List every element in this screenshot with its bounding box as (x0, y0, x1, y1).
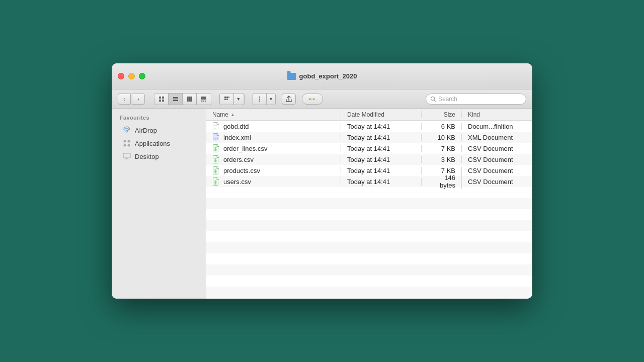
toolbar: ‹ › (112, 89, 532, 109)
sidebar-section-title: Favourites (112, 115, 206, 124)
file-kind-cell: CSV Document (462, 167, 532, 174)
grid-view-button[interactable] (220, 94, 234, 105)
sort-arrow-icon: ▲ (230, 112, 235, 117)
file-icon-csv (212, 155, 220, 163)
col-header-kind[interactable]: Kind (462, 111, 532, 118)
file-icon-dtd (212, 122, 220, 130)
applications-icon (123, 139, 131, 147)
maximize-button[interactable] (139, 73, 145, 79)
svg-rect-14 (224, 97, 226, 98)
file-kind-cell: CSV Document (462, 145, 532, 152)
file-name-label: orders.csv (223, 156, 254, 163)
svg-point-27 (126, 130, 128, 132)
sort-dropdown-button[interactable]: ▼ (234, 94, 243, 105)
empty-row (206, 298, 532, 299)
empty-row (206, 287, 532, 298)
svg-rect-11 (201, 101, 203, 102)
svg-rect-35 (213, 123, 218, 130)
svg-rect-10 (201, 97, 206, 100)
svg-rect-9 (191, 97, 192, 102)
file-size-cell: 146 bytes (422, 174, 462, 189)
search-bar[interactable]: Search (426, 94, 526, 105)
file-name-label: gobd.dtd (223, 123, 249, 130)
minimize-button[interactable] (128, 73, 135, 79)
file-kind-cell: CSV Document (462, 178, 532, 186)
sidebar-item-airdrop[interactable]: AirDrop (115, 124, 203, 137)
svg-point-21 (259, 100, 260, 101)
file-size-cell: 7 KB (422, 167, 462, 174)
table-row[interactable]: order_lines.csv Today at 14:41 7 KB CSV … (206, 143, 532, 154)
action-button[interactable] (253, 94, 267, 105)
svg-point-30 (124, 144, 126, 147)
table-row[interactable]: users.csv Today at 14:41 146 bytes CSV D… (206, 176, 532, 187)
close-button[interactable] (118, 73, 124, 79)
sidebar-item-airdrop-label: AirDrop (135, 127, 157, 134)
search-icon (430, 96, 436, 102)
file-size-cell: 7 KB (422, 145, 462, 152)
file-modified-cell: Today at 14:41 (341, 134, 422, 141)
sidebar-item-desktop[interactable]: Desktop (115, 150, 203, 163)
svg-rect-5 (173, 99, 178, 100)
forward-button[interactable]: › (132, 94, 145, 105)
empty-row (206, 187, 532, 198)
file-size-cell: 6 KB (422, 123, 462, 130)
svg-rect-16 (228, 97, 229, 98)
back-button[interactable]: ‹ (118, 94, 131, 105)
gallery-view-button[interactable] (197, 94, 211, 105)
empty-row (206, 264, 532, 276)
finder-window: gobd_export_2020 ‹ › (112, 63, 532, 299)
col-header-name[interactable]: Name ▲ (206, 111, 341, 118)
svg-rect-2 (159, 100, 161, 102)
sort-controls: ▼ (219, 93, 245, 105)
svg-line-26 (434, 100, 436, 101)
svg-rect-15 (226, 97, 228, 98)
col-header-modified[interactable]: Date Modified (341, 111, 422, 118)
file-size-cell: 10 KB (422, 134, 462, 141)
file-rows-container: gobd.dtd Today at 14:41 6 KB Docum...fin… (206, 121, 532, 187)
view-controls (154, 93, 211, 105)
table-row[interactable]: orders.csv Today at 14:41 3 KB CSV Docum… (206, 154, 532, 165)
table-row[interactable]: </> index.xml Today at 14:41 10 KB XML D… (206, 132, 532, 143)
file-name-cell: </> index.xml (206, 133, 341, 141)
sidebar-item-applications[interactable]: Applications (115, 137, 203, 150)
empty-row (206, 242, 532, 253)
table-row[interactable]: gobd.dtd Today at 14:41 6 KB Docum...fin… (206, 121, 532, 132)
file-modified-cell: Today at 14:41 (341, 123, 422, 130)
file-modified-cell: Today at 14:41 (341, 178, 422, 186)
svg-point-22 (309, 98, 311, 100)
list-view-button[interactable] (169, 94, 183, 105)
window-title: gobd_export_2020 (299, 72, 357, 80)
traffic-lights (118, 73, 145, 79)
svg-point-28 (124, 140, 126, 143)
file-icon-csv (212, 177, 220, 186)
column-view-button[interactable] (183, 94, 197, 105)
window-title-area: gobd_export_2020 (287, 72, 357, 80)
icon-view-button[interactable] (154, 94, 169, 105)
svg-point-20 (259, 98, 260, 99)
svg-point-24 (313, 98, 315, 100)
action-controls: ▼ (253, 93, 276, 105)
airdrop-icon (123, 126, 131, 134)
column-headers: Name ▲ Date Modified Size Kind (206, 109, 532, 121)
file-list: Name ▲ Date Modified Size Kind (206, 109, 532, 299)
nav-buttons: ‹ › (118, 94, 145, 105)
svg-rect-8 (189, 97, 191, 102)
table-row[interactable]: products.csv Today at 14:41 7 KB CSV Doc… (206, 165, 532, 176)
svg-rect-0 (159, 97, 161, 99)
desktop-icon (123, 152, 131, 160)
file-icon-csv (212, 166, 220, 174)
tag-button[interactable] (302, 94, 323, 105)
file-modified-cell: Today at 14:41 (341, 156, 422, 163)
col-header-size[interactable]: Size (422, 111, 462, 118)
file-name-label: users.csv (223, 178, 251, 186)
file-name-cell: gobd.dtd (206, 122, 341, 130)
action-dropdown-button[interactable]: ▼ (267, 94, 275, 105)
svg-rect-3 (162, 100, 164, 102)
file-modified-cell: Today at 14:41 (341, 167, 422, 174)
svg-rect-4 (173, 97, 178, 98)
content-area: Favourites AirDrop (112, 109, 532, 299)
file-kind-cell: CSV Document (462, 156, 532, 163)
share-button[interactable] (282, 94, 296, 105)
svg-rect-18 (226, 99, 228, 100)
title-bar: gobd_export_2020 (112, 63, 532, 89)
